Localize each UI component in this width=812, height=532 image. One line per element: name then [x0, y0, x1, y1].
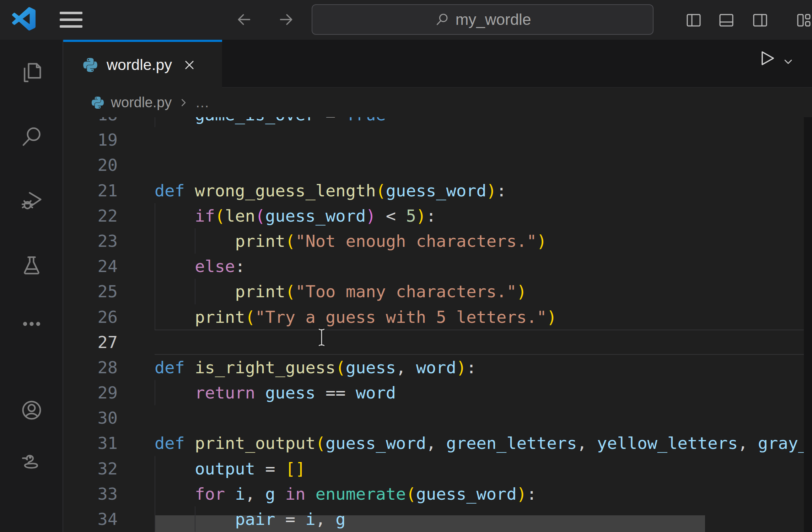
code-line[interactable]: 23 print("Not enough characters.") [63, 228, 812, 254]
code-line-text: game_is_over = True [155, 117, 812, 127]
back-arrow-icon[interactable] [235, 11, 253, 28]
code-line[interactable]: 34 pair = i, g [63, 506, 812, 532]
explorer-icon[interactable] [20, 61, 44, 85]
menu-icon[interactable] [60, 12, 82, 28]
code-line-text: else: [155, 254, 812, 279]
python-environments-icon[interactable] [20, 447, 44, 471]
code-line-text: output = [] [155, 456, 812, 481]
code-editor[interactable]: 18 game_is_over = True192021def wrong_gu… [63, 117, 812, 532]
indent-guide [155, 506, 155, 532]
indent-guide [155, 380, 155, 405]
code-line-text: return guess == word [155, 380, 812, 405]
close-icon[interactable] [183, 58, 196, 72]
vertical-scrollbar-gutter[interactable] [804, 117, 812, 532]
code-line[interactable]: 24 else: [63, 254, 812, 279]
vscode-window: my_wordle [0, 0, 812, 532]
search-value: my_wordle [456, 11, 531, 28]
code-line-text: pair = i, g [155, 506, 812, 532]
code-line[interactable]: 25 print("Too many characters.") [63, 279, 812, 304]
code-line[interactable]: 22 if(len(guess_word) < 5): [63, 203, 812, 228]
line-number[interactable]: 18 [63, 117, 155, 127]
activity-bar [0, 40, 63, 532]
indent-guide [195, 506, 195, 532]
run-and-debug-icon[interactable] [20, 189, 44, 213]
tab-label: wordle.py [107, 56, 172, 74]
account-icon[interactable] [20, 398, 44, 422]
indent-guide [195, 228, 195, 254]
toggle-panel-icon[interactable] [718, 12, 735, 29]
search-icon [434, 12, 450, 27]
forward-arrow-icon[interactable] [277, 11, 295, 28]
python-file-icon [82, 57, 98, 73]
line-number[interactable]: 27 [63, 330, 155, 355]
titlebar: my_wordle [0, 0, 812, 40]
line-number[interactable]: 22 [63, 203, 155, 228]
indent-guide [195, 279, 195, 304]
code-line-text: def is_right_guess(guess, word): [155, 355, 812, 380]
line-number[interactable]: 28 [63, 355, 155, 380]
command-center-search[interactable]: my_wordle [312, 4, 654, 35]
line-number[interactable]: 30 [63, 405, 155, 430]
run-button-icon[interactable] [758, 49, 776, 67]
code-line-text: print("Not enough characters.") [155, 228, 812, 254]
indent-guide [155, 117, 155, 127]
chevron-right-icon [178, 97, 189, 108]
toggle-secondary-sidebar-icon[interactable] [752, 12, 769, 29]
code-line-text: for i, g in enumerate(guess_word): [155, 481, 812, 506]
indent-guide [155, 228, 155, 254]
line-number[interactable]: 19 [63, 127, 155, 152]
line-number[interactable]: 32 [63, 456, 155, 481]
breadcrumb: wordle.py … [63, 88, 812, 117]
indent-guide [155, 279, 155, 304]
window-body: wordle.py [0, 40, 812, 532]
code-line-text: if(len(guess_word) < 5): [155, 203, 812, 228]
line-number[interactable]: 20 [63, 152, 155, 178]
current-line-highlight [155, 330, 804, 355]
code-line[interactable]: 27 [63, 330, 812, 355]
line-number[interactable]: 26 [63, 304, 155, 330]
code-line[interactable]: 28def is_right_guess(guess, word): [63, 355, 812, 380]
code-line[interactable]: 26 print("Try a guess with 5 letters.") [63, 304, 812, 330]
toggle-primary-sidebar-icon[interactable] [685, 12, 702, 29]
editor-group: wordle.py [63, 40, 812, 532]
code-line[interactable]: 29 return guess == word [63, 380, 812, 405]
indent-guide [155, 304, 155, 330]
code-line-text: def wrong_guess_length(guess_word): [155, 178, 812, 203]
search-view-icon[interactable] [20, 125, 44, 149]
line-number[interactable]: 31 [63, 430, 155, 456]
code-line[interactable]: 33 for i, g in enumerate(guess_word): [63, 481, 812, 506]
run-dropdown-chevron-icon[interactable] [782, 55, 795, 68]
more-views-icon[interactable] [20, 312, 44, 336]
line-number[interactable]: 25 [63, 279, 155, 304]
code-line[interactable]: 19 [63, 127, 812, 152]
tab-wordle-py[interactable]: wordle.py [63, 40, 222, 88]
breadcrumb-more[interactable]: … [195, 94, 209, 110]
testing-beaker-icon[interactable] [20, 254, 44, 278]
line-number[interactable]: 34 [63, 506, 155, 532]
line-number[interactable]: 24 [63, 254, 155, 279]
code-lines: 18 game_is_over = True192021def wrong_gu… [63, 117, 812, 532]
indent-guide [155, 203, 155, 228]
line-number[interactable]: 29 [63, 380, 155, 405]
indent-guide [155, 481, 155, 506]
code-line-text: print("Too many characters.") [155, 279, 812, 304]
code-line[interactable]: 21def wrong_guess_length(guess_word): [63, 178, 812, 203]
line-number[interactable]: 33 [63, 481, 155, 506]
tab-bar: wordle.py [63, 40, 812, 88]
code-line[interactable]: 31def print_output(guess_word, green_let… [63, 430, 812, 456]
line-number[interactable]: 23 [63, 228, 155, 254]
customize-layout-icon[interactable] [795, 12, 812, 29]
line-number[interactable]: 21 [63, 178, 155, 203]
vscode-logo-icon [12, 7, 36, 31]
mouse-ibeam-cursor [317, 328, 326, 347]
indent-guide [155, 254, 155, 279]
code-line[interactable]: 30 [63, 405, 812, 430]
code-line-text: def print_output(guess_word, green_lette… [155, 430, 812, 456]
code-line-text: print("Try a guess with 5 letters.") [155, 304, 812, 330]
breadcrumb-file[interactable]: wordle.py [111, 94, 172, 110]
python-file-icon [91, 96, 104, 109]
indent-guide [155, 456, 155, 481]
code-line[interactable]: 18 game_is_over = True [63, 117, 812, 127]
code-line[interactable]: 20 [63, 152, 812, 178]
code-line[interactable]: 32 output = [] [63, 456, 812, 481]
